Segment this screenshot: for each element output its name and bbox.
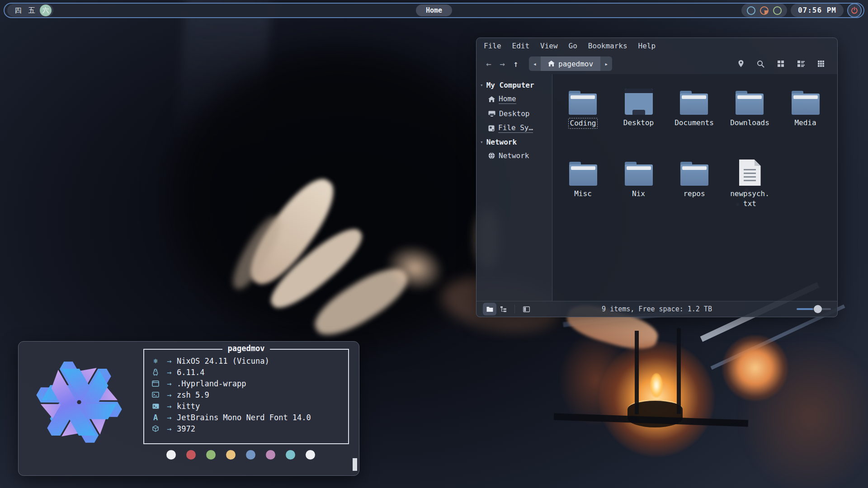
sidebar-item-file-system[interactable]: File Sy…	[476, 121, 552, 136]
forward-button[interactable]: →	[495, 59, 509, 69]
sidebar-item-home[interactable]: Home	[476, 92, 552, 107]
file-label: Nix	[632, 189, 645, 199]
file-label: Misc	[574, 189, 592, 199]
file-grid: Coding Desktop Documents Downloads Media	[552, 74, 837, 301]
sidebar: ▾ My Computer Home Desktop	[476, 74, 552, 301]
file-item-newpsych-txt[interactable]: newpsych.txt	[729, 152, 771, 223]
file-item-media[interactable]: Media	[792, 81, 820, 152]
indicator-circle-blue[interactable]	[747, 6, 755, 15]
palette-dot	[286, 450, 295, 460]
path-tab-home[interactable]: pagedmov	[541, 56, 600, 71]
fetch-row-shell: → zsh 5.9	[150, 389, 344, 400]
package-cube-icon	[150, 425, 161, 432]
location-pin-icon[interactable]	[738, 60, 744, 68]
wallpaper-candle-glow	[599, 341, 714, 456]
menu-bookmarks[interactable]: Bookmarks	[588, 42, 627, 50]
menu-edit[interactable]: Edit	[512, 42, 530, 50]
side-panel-toggle-button[interactable]	[519, 303, 533, 315]
fetch-row-packages: → 3972	[150, 423, 344, 434]
tree-pane-toggle-button[interactable]	[496, 303, 510, 315]
palette-dot	[226, 450, 236, 460]
folder-icon	[569, 162, 597, 186]
clock: 07:56 PM	[791, 4, 844, 17]
list-view-icon[interactable]	[797, 60, 805, 67]
terminal-window[interactable]: pagedmov ❄ → NixOS 24.11 (Vicuna) → 6.11…	[18, 341, 359, 476]
search-icon[interactable]	[757, 60, 764, 68]
icon-pane-toggle-button[interactable]	[483, 303, 496, 315]
sidebar-item-network[interactable]: Network	[476, 149, 552, 163]
file-item-coding[interactable]: Coding	[568, 81, 598, 152]
workspace-4[interactable]: 四	[13, 6, 24, 15]
menu-go[interactable]: Go	[569, 42, 577, 50]
workspace-5[interactable]: 五	[26, 6, 37, 15]
file-label: repos	[683, 189, 705, 199]
fetch-value: 3972	[177, 424, 195, 433]
file-item-documents[interactable]: Documents	[675, 81, 714, 152]
zoom-slider[interactable]	[797, 305, 831, 313]
file-label: Media	[794, 118, 816, 128]
sidebar-section-my-computer[interactable]: ▾ My Computer	[476, 79, 552, 92]
sidebar-item-desktop[interactable]: Desktop	[476, 107, 552, 121]
palette-dot	[306, 450, 315, 460]
folder-icon	[486, 306, 493, 312]
folder-icon	[736, 91, 764, 115]
side-panel-icon	[523, 306, 530, 312]
active-window-title: Home	[416, 5, 452, 16]
arrow-icon: →	[161, 424, 177, 433]
linux-penguin-icon	[150, 369, 161, 376]
font-icon: A	[150, 413, 161, 422]
power-button[interactable]	[847, 3, 862, 18]
nixos-snowflake-icon: ❄	[150, 357, 161, 365]
file-label: Desktop	[623, 118, 654, 128]
globe-icon	[488, 152, 495, 159]
up-button[interactable]: ↑	[509, 59, 523, 69]
sidebar-item-label: Home	[499, 94, 516, 104]
file-item-desktop[interactable]: Desktop	[623, 81, 654, 152]
fetch-row-os: ❄ → NixOS 24.11 (Vicuna)	[150, 355, 344, 366]
compact-view-icon[interactable]	[817, 60, 825, 67]
file-item-nix[interactable]: Nix	[625, 152, 653, 223]
directory-tree-icon	[500, 306, 507, 312]
shell-terminal-icon	[150, 392, 161, 398]
slider-handle[interactable]	[814, 305, 822, 313]
file-item-repos[interactable]: repos	[680, 152, 708, 223]
path-tab-label: pagedmov	[558, 60, 593, 68]
power-icon	[851, 7, 858, 14]
file-view: Coding Desktop Documents Downloads Media	[552, 74, 837, 301]
path-bar: ◂ pagedmov ▸	[529, 56, 612, 71]
wallpaper-lantern-frame	[677, 328, 681, 414]
fetch-value: .Hyprland-wrapp	[177, 379, 246, 388]
menu-file[interactable]: File	[484, 42, 501, 50]
path-scroll-right-icon[interactable]: ▸	[600, 56, 612, 71]
icon-view-icon[interactable]	[777, 60, 784, 67]
palette-dot	[186, 450, 196, 460]
file-item-downloads[interactable]: Downloads	[730, 81, 769, 152]
menu-help[interactable]: Help	[638, 42, 656, 50]
fetch-value: NixOS 24.11 (Vicuna)	[177, 357, 269, 366]
sidebar-item-label: Desktop	[499, 109, 529, 118]
file-item-misc[interactable]: Misc	[569, 152, 597, 223]
expander-icon[interactable]: ▾	[480, 139, 483, 145]
sidebar-section-network[interactable]: ▾ Network	[476, 136, 552, 149]
fetch-row-font: A → JetBrains Mono Nerd Font 14.0	[150, 412, 344, 423]
window-manager-icon	[150, 380, 161, 387]
indicator-circle-orange[interactable]	[760, 6, 769, 15]
arrow-icon: →	[161, 402, 177, 411]
expander-icon[interactable]: ▾	[480, 82, 483, 88]
back-button[interactable]: ←	[482, 59, 495, 69]
status-bar: 9 items, Free space: 1.2 TB	[476, 301, 837, 317]
fastfetch-title: pagedmov	[222, 344, 270, 353]
wallpaper-lantern-frame	[635, 331, 639, 414]
menu-view[interactable]: View	[540, 42, 558, 50]
desktop-folder-icon	[625, 89, 653, 115]
fetch-row-kernel: → 6.11.4	[150, 366, 344, 378]
folder-icon	[625, 162, 653, 186]
path-scroll-left-icon[interactable]: ◂	[529, 56, 541, 71]
indicator-circle-green[interactable]	[773, 6, 782, 15]
desktop-icon	[488, 111, 495, 117]
top-bar: 四 五 六 Home 07:56 PM	[4, 3, 864, 18]
file-label: Coding	[568, 118, 598, 129]
nixos-logo	[32, 355, 126, 449]
workspace-6-active[interactable]: 六	[40, 5, 52, 16]
arrow-icon: →	[161, 379, 177, 388]
